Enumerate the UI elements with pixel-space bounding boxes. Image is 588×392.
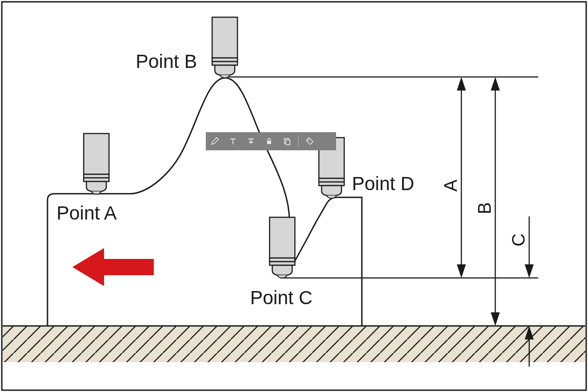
pencil-icon[interactable] bbox=[206, 132, 224, 150]
dim-a-label: A bbox=[441, 179, 460, 191]
svg-rect-27 bbox=[286, 140, 290, 145]
svg-rect-25 bbox=[267, 141, 271, 144]
label-point-d: Point D bbox=[352, 173, 414, 194]
label-point-c: Point C bbox=[250, 287, 313, 308]
workpiece-contour bbox=[47, 78, 362, 326]
svg-marker-9 bbox=[525, 264, 534, 278]
text-strike-icon[interactable] bbox=[242, 132, 260, 150]
svg-marker-3 bbox=[457, 77, 466, 91]
copy-icon[interactable] bbox=[278, 132, 296, 150]
svg-rect-13 bbox=[84, 134, 109, 174]
tool-a bbox=[84, 134, 109, 194]
tag-icon[interactable] bbox=[300, 132, 318, 150]
lock-icon[interactable] bbox=[260, 132, 278, 150]
text-icon[interactable] bbox=[224, 132, 242, 150]
dim-b-label: B bbox=[474, 202, 494, 215]
svg-point-28 bbox=[308, 139, 309, 141]
floating-toolbar[interactable] bbox=[206, 132, 336, 150]
tool-c bbox=[270, 217, 295, 278]
dim-c-label: C bbox=[508, 234, 528, 247]
dimension-b: B bbox=[474, 77, 500, 326]
label-point-b: Point B bbox=[136, 51, 197, 72]
svg-marker-12 bbox=[72, 248, 154, 286]
label-point-a: Point A bbox=[57, 202, 117, 224]
toolbar-separator bbox=[298, 135, 299, 147]
svg-marker-4 bbox=[457, 264, 466, 278]
svg-rect-19 bbox=[270, 217, 295, 258]
dimension-a: A bbox=[441, 77, 466, 278]
ground-hatch bbox=[3, 326, 585, 362]
svg-rect-16 bbox=[212, 17, 237, 58]
svg-marker-7 bbox=[491, 312, 500, 326]
movement-arrow bbox=[72, 248, 154, 286]
diagram-svg: A B C bbox=[0, 0, 588, 392]
tool-b bbox=[212, 17, 237, 78]
svg-marker-6 bbox=[491, 77, 500, 91]
